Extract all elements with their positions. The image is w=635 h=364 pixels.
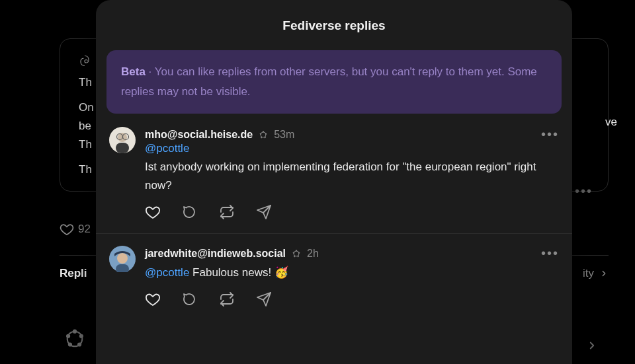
- threads-icon: [79, 55, 91, 67]
- reply-text: Ist anybody working on implementing fede…: [145, 158, 559, 195]
- fediverse-replies-modal: Fediverse replies Beta · You can like re…: [96, 0, 572, 364]
- reply-timestamp: 2h: [307, 248, 319, 260]
- reply-item: mho@social.heise.de 53m ••• @pcottle I: [96, 127, 572, 233]
- svg-rect-8: [116, 143, 129, 153]
- send-button[interactable]: [256, 204, 272, 220]
- like-button[interactable]: [145, 291, 161, 307]
- beta-banner: Beta · You can like replies from other s…: [106, 50, 562, 114]
- svg-point-25: [293, 252, 294, 253]
- reply-actions: [145, 291, 559, 307]
- beta-separator: ·: [146, 65, 155, 78]
- activity-tab-trail[interactable]: ity: [583, 267, 594, 280]
- chevron-right-icon[interactable]: [586, 340, 598, 351]
- svg-point-12: [263, 131, 264, 132]
- reply-mention[interactable]: @pcottle: [145, 142, 559, 155]
- fediverse-icon: [291, 248, 302, 259]
- replies-tab[interactable]: Repli: [60, 267, 87, 280]
- svg-point-3: [78, 343, 81, 346]
- like-count-value: 92: [78, 223, 91, 236]
- svg-point-4: [69, 343, 71, 346]
- reply-actions: [145, 204, 559, 220]
- svg-point-23: [298, 256, 299, 257]
- reply-username[interactable]: mho@social.heise.de: [145, 129, 253, 141]
- like-button[interactable]: [145, 204, 161, 220]
- avatar[interactable]: [109, 127, 136, 153]
- svg-point-2: [80, 335, 83, 338]
- svg-point-13: [265, 133, 267, 134]
- svg-point-18: [117, 253, 128, 264]
- background-like-count[interactable]: 92: [60, 222, 91, 237]
- fediverse-icon: [64, 328, 86, 350]
- svg-rect-19: [116, 264, 129, 272]
- background-more-button[interactable]: •••: [575, 184, 593, 199]
- beta-badge: Beta: [121, 65, 146, 78]
- reply-text: @pcottle Fabulous news! 🥳: [145, 264, 559, 282]
- comment-button[interactable]: [182, 291, 198, 307]
- reply-more-button[interactable]: •••: [541, 127, 559, 142]
- background-trail-text: ve: [605, 116, 617, 129]
- comment-button[interactable]: [182, 204, 198, 220]
- svg-point-22: [298, 252, 300, 253]
- repost-button[interactable]: [219, 204, 235, 220]
- fediverse-icon: [258, 129, 269, 140]
- reply-username[interactable]: jaredwhite@indieweb.social: [145, 248, 286, 260]
- modal-title: Fediverse replies: [96, 0, 572, 45]
- send-button[interactable]: [256, 291, 272, 307]
- svg-point-21: [296, 250, 297, 251]
- svg-point-1: [73, 330, 76, 333]
- svg-point-5: [67, 335, 69, 338]
- chevron-right-icon: [599, 269, 609, 278]
- reply-text-body: Fabulous news! 🥳: [192, 266, 288, 279]
- svg-point-16: [260, 133, 261, 134]
- reply-more-button[interactable]: •••: [541, 246, 559, 261]
- beta-banner-text: You can like replies from other servers,…: [121, 65, 537, 98]
- svg-point-15: [261, 137, 263, 138]
- reply-timestamp: 53m: [274, 129, 294, 141]
- heart-icon: [60, 222, 74, 237]
- repost-button[interactable]: [219, 291, 235, 307]
- reply-mention[interactable]: @pcottle: [145, 266, 189, 279]
- svg-point-24: [294, 256, 296, 257]
- reply-item: jaredwhite@indieweb.social 2h ••• @: [96, 233, 572, 320]
- avatar[interactable]: [109, 246, 136, 272]
- svg-point-14: [265, 137, 266, 138]
